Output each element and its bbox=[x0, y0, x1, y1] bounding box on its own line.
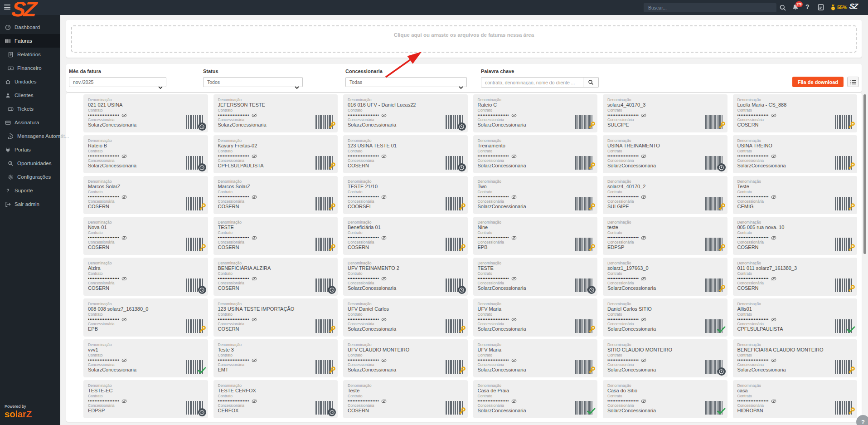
fatura-card[interactable]: Denominação005 005 rua nova. 10Contrato•… bbox=[733, 217, 858, 255]
fatura-card[interactable]: DenominaçãoKayury Freitas-02Contrato••••… bbox=[213, 135, 338, 173]
fatura-card[interactable]: DenominaçãoDaniel Carlos SITIOContrato••… bbox=[603, 298, 727, 337]
reveal-contrato-icon[interactable] bbox=[121, 274, 127, 283]
reveal-contrato-icon[interactable] bbox=[641, 234, 646, 242]
reveal-contrato-icon[interactable] bbox=[381, 397, 387, 405]
reveal-contrato-icon[interactable] bbox=[771, 234, 776, 242]
fatura-card[interactable]: DenominaçãoTesteContrato••••••••••••••••… bbox=[733, 176, 858, 214]
sidebar-item-configura-es[interactable]: Configurações bbox=[0, 170, 60, 184]
barcode-icon[interactable] bbox=[835, 197, 853, 210]
barcode-icon[interactable] bbox=[186, 197, 204, 210]
fatura-card[interactable]: DenominaçãoJEFERSSON TESTEContrato••••••… bbox=[213, 94, 338, 132]
barcode-icon[interactable] bbox=[446, 319, 464, 333]
fatura-card[interactable]: DenominaçãoUSINA TREINAMENTOContrato••••… bbox=[603, 135, 727, 173]
fatura-card[interactable]: Denominação021 021 USINAContrato••••••••… bbox=[83, 94, 208, 132]
fatura-card[interactable]: DenominaçãoUFV Daniel CarlosContrato••••… bbox=[343, 298, 468, 337]
reveal-contrato-icon[interactable] bbox=[381, 315, 387, 323]
reveal-contrato-icon[interactable] bbox=[771, 274, 776, 283]
barcode-icon[interactable] bbox=[705, 360, 723, 374]
barcode-icon[interactable] bbox=[446, 197, 464, 210]
reveal-contrato-icon[interactable] bbox=[511, 397, 517, 405]
barcode-icon[interactable] bbox=[705, 319, 723, 333]
fatura-card[interactable]: DenominaçãoMarcos SolarZContrato••••••••… bbox=[213, 176, 338, 214]
sidebar-item-tickets[interactable]: Tickets bbox=[0, 102, 60, 116]
fatura-card[interactable]: DenominaçãoUFV MariaContrato••••••••••••… bbox=[473, 298, 598, 337]
reveal-contrato-icon[interactable] bbox=[511, 152, 517, 160]
barcode-icon[interactable] bbox=[705, 238, 723, 251]
medal-percentage[interactable]: 55% bbox=[837, 5, 847, 10]
reveal-contrato-icon[interactable] bbox=[771, 193, 776, 201]
fatura-card[interactable]: DenominaçãoTESTE-ECContrato•••••••••••••… bbox=[83, 380, 208, 418]
barcode-icon[interactable] bbox=[705, 197, 723, 210]
sidebar-item-mensagens-autom-t[interactable]: Mensagens Automát... bbox=[0, 129, 60, 143]
reveal-contrato-icon[interactable] bbox=[511, 356, 517, 364]
barcode-icon[interactable] bbox=[315, 319, 334, 333]
reveal-contrato-icon[interactable] bbox=[771, 356, 776, 364]
notifications-bell-icon[interactable]: 178 bbox=[792, 4, 799, 11]
fatura-card[interactable]: DenominaçãoSITIO CLAUDIO MONTEIROContrat… bbox=[603, 339, 727, 377]
help-icon[interactable]: ? bbox=[805, 3, 810, 10]
reveal-contrato-icon[interactable] bbox=[511, 111, 517, 119]
barcode-icon[interactable] bbox=[705, 401, 723, 415]
fatura-card[interactable]: Denominaçãosolarz4_40170_2Contrato••••••… bbox=[603, 176, 727, 214]
sidebar-item-assinatura[interactable]: Assinatura bbox=[0, 116, 60, 129]
sidebar-item-financeiro[interactable]: Financeiro bbox=[0, 61, 60, 75]
barcode-icon[interactable] bbox=[186, 360, 204, 374]
fatura-card[interactable]: DenominaçãoCasa de PraiaContrato••••••••… bbox=[473, 380, 598, 418]
fatura-card[interactable]: Denominação011 011 solarz7_161380_3Contr… bbox=[733, 258, 858, 296]
fatura-card[interactable]: DenominaçãoUFV MariaContrato••••••••••••… bbox=[473, 339, 598, 377]
download-queue-button[interactable]: Fila de download bbox=[792, 77, 844, 87]
reveal-contrato-icon[interactable] bbox=[641, 111, 646, 119]
fatura-card[interactable]: Denominação123 USINA TESTE IMPORTAÇÃOCon… bbox=[213, 298, 338, 337]
reveal-contrato-icon[interactable] bbox=[252, 152, 257, 160]
barcode-icon[interactable] bbox=[446, 401, 464, 415]
fatura-card[interactable]: DenominaçãoTeste 3Contrato••••••••••••••… bbox=[213, 339, 338, 377]
reveal-contrato-icon[interactable] bbox=[252, 315, 257, 323]
keyword-search-button[interactable] bbox=[583, 77, 599, 88]
hamburger-menu-icon[interactable] bbox=[4, 5, 10, 10]
barcode-icon[interactable] bbox=[835, 319, 853, 333]
help-fab-button[interactable]: ? bbox=[856, 415, 868, 425]
barcode-icon[interactable] bbox=[186, 401, 204, 415]
barcode-icon[interactable] bbox=[315, 278, 334, 292]
barcode-icon[interactable] bbox=[575, 156, 593, 170]
fatura-card[interactable]: DenominaçãotesteContrato••••••••••••••••… bbox=[603, 217, 727, 255]
barcode-icon[interactable] bbox=[186, 319, 204, 333]
reveal-contrato-icon[interactable] bbox=[641, 152, 646, 160]
sidebar-item-oportunidades[interactable]: Oportunidades bbox=[0, 156, 60, 170]
barcode-icon[interactable] bbox=[575, 238, 593, 251]
fatura-card[interactable]: Denominaçãovvv1Contrato•••••••••••••••••… bbox=[83, 339, 208, 377]
fatura-card[interactable]: Denominaçãosolarz1_197663_0Contrato•••••… bbox=[603, 258, 727, 296]
fatura-card[interactable]: DenominaçãoTESTE CERFOXContrato•••••••••… bbox=[213, 380, 338, 418]
sidebar-item-faturas[interactable]: Faturas bbox=[0, 34, 60, 48]
barcode-icon[interactable] bbox=[186, 238, 204, 251]
fatura-card[interactable]: DenominaçãoTreinamentoContrato••••••••••… bbox=[473, 135, 598, 173]
fatura-card[interactable]: DenominaçãocasaContrato•••••••••••••••••… bbox=[733, 380, 858, 418]
medal-icon[interactable] bbox=[829, 4, 837, 11]
reveal-contrato-icon[interactable] bbox=[771, 315, 776, 323]
reveal-contrato-icon[interactable] bbox=[121, 315, 127, 323]
global-search-input[interactable] bbox=[644, 3, 776, 12]
barcode-icon[interactable] bbox=[186, 278, 204, 292]
fatura-card[interactable]: DenominaçãoBENEFICIARIA CLAUDIO MONTEIRO… bbox=[733, 339, 858, 377]
status-filter-select[interactable]: Todos bbox=[203, 77, 303, 87]
reveal-contrato-icon[interactable] bbox=[121, 152, 127, 160]
fatura-card[interactable]: DenominaçãoCasa do SítioContrato••••••••… bbox=[603, 380, 727, 418]
barcode-icon[interactable] bbox=[835, 401, 853, 415]
reveal-contrato-icon[interactable] bbox=[641, 397, 646, 405]
barcode-icon[interactable] bbox=[446, 278, 464, 292]
barcode-icon[interactable] bbox=[315, 401, 334, 415]
barcode-icon[interactable] bbox=[575, 319, 593, 333]
reveal-contrato-icon[interactable] bbox=[252, 397, 257, 405]
user-avatar-logo[interactable]: SZ bbox=[849, 2, 858, 10]
reveal-contrato-icon[interactable] bbox=[381, 152, 387, 160]
barcode-icon[interactable] bbox=[835, 278, 853, 292]
barcode-icon[interactable] bbox=[835, 156, 853, 170]
fatura-card[interactable]: Denominação123 USINA TESTE 01Contrato•••… bbox=[343, 135, 468, 173]
barcode-icon[interactable] bbox=[446, 156, 464, 170]
reveal-contrato-icon[interactable] bbox=[641, 315, 646, 323]
fatura-card[interactable]: Denominação016 016 UFV - Daniel Lucas22C… bbox=[343, 94, 468, 132]
fatura-card[interactable]: DenominaçãoNova-01Contrato••••••••••••••… bbox=[83, 217, 208, 255]
sidebar-item-clientes[interactable]: Clientes bbox=[0, 88, 60, 102]
reveal-contrato-icon[interactable] bbox=[121, 397, 127, 405]
barcode-icon[interactable] bbox=[315, 156, 334, 170]
